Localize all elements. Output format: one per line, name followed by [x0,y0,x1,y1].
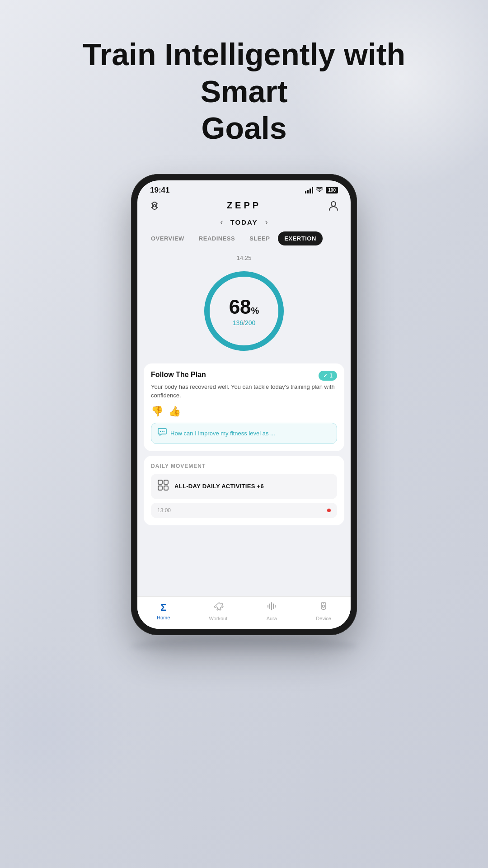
tab-readiness[interactable]: READINESS [192,231,241,245]
svg-point-6 [331,202,336,206]
aura-icon [266,601,277,614]
device-icon [318,601,329,614]
card-title: Follow The Plan [151,371,206,379]
feedback-icons: 👎 👍 [151,406,337,417]
date-nav: ‹ TODAY › [137,216,351,231]
svg-rect-15 [158,486,162,490]
progress-circle: 68% 136/200 [199,266,289,356]
svg-point-10 [160,431,161,432]
partial-activity-row[interactable]: 13:00 [151,503,337,518]
follow-plan-card: Follow The Plan ✓ 1 Your body has recove… [144,363,344,451]
svg-rect-14 [164,480,168,484]
nav-workout-label: Workout [209,616,227,621]
battery-icon: 100 [326,187,338,193]
circle-sub: 136/200 [229,319,259,326]
phone-screen: 19:41 100 [137,180,351,629]
svg-rect-21 [275,605,276,608]
tab-exertion[interactable]: EXERTION [278,231,322,245]
nav-home-label: Home [157,615,170,620]
card-body: Your body has recovered well. You can ta… [151,382,337,400]
phone-frame: 19:41 100 [131,174,357,635]
circle-percent: 68% [229,296,259,318]
badge: ✓ 1 [319,371,337,381]
nav-device-label: Device [316,616,331,621]
svg-point-5 [154,204,156,207]
ai-prompt-button[interactable]: How can I improve my fitness level as ..… [151,423,337,444]
nav-device[interactable]: Device [316,601,331,621]
workout-icon [213,601,224,614]
status-bar: 19:41 100 [137,180,351,198]
svg-rect-16 [164,486,168,490]
thumbs-down-icon[interactable]: 👎 [151,406,163,417]
ai-prompt-text: How can I improve my fitness level as ..… [170,430,275,437]
user-icon[interactable] [327,199,340,212]
svg-rect-17 [271,602,272,610]
notification-dot [327,509,331,512]
tabs: OVERVIEW READINESS SLEEP EXERTION [137,231,351,252]
progress-time: 14:25 [237,255,252,261]
svg-point-11 [162,431,163,432]
activity-label: ALL-DAY DAILY ACTIVITIES +6 [174,483,264,490]
tab-sleep[interactable]: SLEEP [243,231,276,245]
thumbs-up-icon[interactable]: 👍 [169,406,181,417]
svg-rect-19 [273,604,274,609]
svg-rect-20 [267,605,268,608]
activities-icon [157,479,169,494]
content-scroll: Follow The Plan ✓ 1 Your body has recove… [137,363,351,629]
nav-home[interactable]: Σ Home [157,602,170,620]
svg-rect-0 [152,202,157,209]
daily-movement-card: DAILY MOVEMENT ALL-DAY DAILY ACTIVITIES … [144,456,344,525]
svg-point-23 [323,605,325,607]
home-icon: Σ [160,602,166,613]
page-headline: Train Intelligently with SmartGoals [50,36,438,147]
bottom-nav: Σ Home Workout [137,596,351,629]
tab-overview[interactable]: OVERVIEW [145,231,191,245]
svg-rect-13 [158,480,162,484]
next-date-button[interactable]: › [265,217,267,227]
section-label: DAILY MOVEMENT [151,463,337,469]
card-header: Follow The Plan ✓ 1 [151,371,337,382]
phone-reflection [131,637,357,655]
svg-rect-18 [269,604,270,609]
nav-aura[interactable]: Aura [266,601,277,621]
date-label: TODAY [230,218,258,226]
svg-point-12 [164,431,164,432]
wifi-icon [316,187,323,194]
app-header: ZΕPP [137,198,351,216]
svg-point-25 [323,609,324,610]
app-logo: ZΕPP [227,200,261,211]
progress-section: 14:25 68% 136/200 [137,252,351,363]
partial-time: 13:00 [157,507,171,514]
prev-date-button[interactable]: ‹ [221,217,223,227]
nav-workout[interactable]: Workout [209,601,227,621]
ai-chat-icon [158,428,167,439]
watch-icon[interactable] [148,199,161,212]
signal-icon [305,187,313,193]
status-time: 19:41 [150,186,169,195]
activity-row[interactable]: ALL-DAY DAILY ACTIVITIES +6 [151,474,337,499]
nav-aura-label: Aura [267,616,277,621]
circle-center: 68% 136/200 [229,296,259,326]
status-icons: 100 [305,187,338,194]
